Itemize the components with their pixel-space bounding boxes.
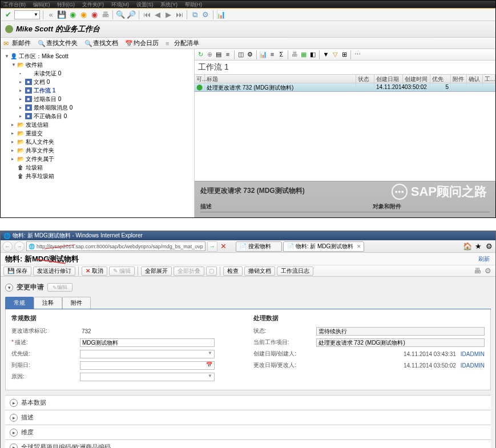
tree-item[interactable]: ▸■不正确条目 0 xyxy=(3,112,191,120)
personalize-icon[interactable]: ⚙ xyxy=(483,267,493,276)
save-button[interactable]: 💾保存 xyxy=(3,267,31,276)
go-button[interactable]: → xyxy=(207,241,217,252)
collapse-icon[interactable]: ▾ xyxy=(5,284,13,292)
export-icon[interactable]: 📊 xyxy=(259,51,267,59)
dist-list-button[interactable]: ≡分配清单 xyxy=(166,39,199,47)
find-doc-button[interactable]: 🔍查找文档 xyxy=(84,39,118,47)
expand-icon[interactable]: ▸ xyxy=(10,429,18,437)
text-field[interactable]: MDG测试物料 xyxy=(80,338,215,347)
tree-item[interactable]: 🗑共享垃圾箱 xyxy=(3,172,191,180)
collapsible-section[interactable]: ▸维度 xyxy=(5,425,491,439)
sort-icon[interactable]: ▼ xyxy=(322,51,330,59)
save-icon[interactable]: 💾 xyxy=(57,10,66,19)
col-time[interactable]: 创建时间 xyxy=(403,75,430,83)
first-icon[interactable]: ⏮ xyxy=(142,10,151,19)
sum-icon[interactable]: Σ xyxy=(277,51,285,59)
cancel-icon[interactable]: ◉ xyxy=(90,10,99,19)
user-link[interactable]: IDADMIN xyxy=(461,362,485,369)
tree-item[interactable]: 🗑垃圾箱 xyxy=(3,163,191,172)
tree-item[interactable]: •未读凭证 0 xyxy=(3,69,191,78)
user-link[interactable]: IDADMIN xyxy=(461,351,485,357)
address-bar[interactable]: 🌐 http://itysap2014.sap.com:8000/sap/bc/… xyxy=(26,241,205,251)
details-icon[interactable]: ▤ xyxy=(215,51,223,59)
tcode-dropdown[interactable]: ▼ xyxy=(14,10,40,19)
exit-icon[interactable]: ◉ xyxy=(79,10,88,19)
collapse-all-button[interactable]: 全部折叠 xyxy=(174,267,204,276)
cancel-doc-button[interactable]: 撤销文档 xyxy=(244,267,275,276)
layout-icon[interactable]: ⚙ xyxy=(201,10,210,19)
layout2-icon[interactable]: ⊞ xyxy=(340,51,348,59)
tab-notes[interactable]: 注释 xyxy=(34,297,62,309)
ok-icon[interactable]: ✔ xyxy=(3,10,13,19)
expand-icon[interactable]: ▸ xyxy=(10,414,18,422)
cancel-button[interactable]: ✕取消 xyxy=(82,267,107,276)
back2-icon[interactable]: ◉ xyxy=(68,10,77,19)
back-button[interactable]: ← xyxy=(2,241,13,252)
tree-item[interactable]: ▸■工作流 1 xyxy=(3,86,191,95)
tree-item[interactable]: ▸📂发送信箱 xyxy=(3,120,191,129)
print-icon[interactable]: 🖶 xyxy=(291,51,299,59)
menu-item[interactable]: 转到(G) xyxy=(57,1,75,9)
menu-item[interactable]: 环境(M) xyxy=(111,1,130,9)
col-icon[interactable]: ◫ xyxy=(237,51,245,59)
fwd-button[interactable]: → xyxy=(14,241,25,252)
tree-item[interactable]: ▼👤工作区：Mike Scott xyxy=(3,52,191,60)
col-date[interactable]: 创建日期 xyxy=(374,75,403,83)
findnext-icon[interactable]: 🔎 xyxy=(127,10,136,19)
print2-icon[interactable]: 🖶 xyxy=(473,267,482,276)
expand-icon[interactable]: ▸ xyxy=(10,443,18,449)
tree-item[interactable]: ▸■文档 0 xyxy=(3,78,191,86)
col-priority[interactable]: 优先级 xyxy=(430,75,451,83)
filter2-icon[interactable]: ▽ xyxy=(331,51,339,59)
print-icon[interactable]: 🖶 xyxy=(100,10,110,19)
find-icon[interactable]: 🔍 xyxy=(116,10,125,19)
prev-icon[interactable]: ◀ xyxy=(153,10,162,19)
send-revise-button[interactable]: 发送进行修订 xyxy=(33,267,75,276)
collapsible-section[interactable]: ▸描述 xyxy=(5,410,491,425)
tree-item[interactable]: ▸■最终期限消息 0 xyxy=(3,103,191,112)
tree-item[interactable]: ▸📂私人文件夹 xyxy=(3,138,191,146)
close-icon[interactable]: ✕ xyxy=(357,244,361,249)
edit-button[interactable]: ✎编辑 xyxy=(109,267,135,276)
new-mail-button[interactable]: ✉新邮件 xyxy=(3,39,31,47)
find-folder-button[interactable]: 🔍查找文件夹 xyxy=(38,39,78,47)
tree-item[interactable]: ▸📂共享文件夹 xyxy=(3,146,191,155)
tree-item[interactable]: ▸📂文件夹属于 xyxy=(3,155,191,163)
browser-tab-active[interactable]: 📄物料: 新 MDG测试物料✕ xyxy=(283,241,365,252)
edit-pill-button[interactable]: ✎编辑 xyxy=(47,283,72,292)
tree-item[interactable]: ▼📂收件箱 xyxy=(3,60,191,69)
folder-tree[interactable]: ▼👤工作区：Mike Scott▼📂收件箱•未读凭证 0▸■文档 0▸■工作流 … xyxy=(1,49,195,217)
menu-item[interactable]: 工作台(B) xyxy=(3,1,26,9)
tree-item[interactable]: ▸📂重提交 xyxy=(3,129,191,138)
browser-tab[interactable]: 📄搜索物料 xyxy=(236,241,282,252)
date-field[interactable]: 📅 xyxy=(80,361,215,370)
col-exec[interactable]: 可... xyxy=(195,75,205,83)
col-att[interactable]: 附件 xyxy=(451,75,467,83)
tab-general[interactable]: 常规 xyxy=(5,297,34,309)
filter-icon[interactable]: ⚙ xyxy=(246,51,254,59)
expand-icon[interactable]: ▸ xyxy=(10,399,18,407)
fav-icon[interactable]: ★ xyxy=(474,242,483,251)
new-session-icon[interactable]: ⧉ xyxy=(190,10,199,19)
back-icon[interactable]: « xyxy=(46,10,55,19)
calendar-button[interactable]: 📅约会日历 xyxy=(125,39,159,47)
grid-row[interactable]: ⬤ 处理更改请求 732 (MDG测试物料) 14.11.2014 03:50:… xyxy=(195,83,495,92)
col-conf[interactable]: 确认 xyxy=(467,75,483,83)
dropdown-field[interactable]: ▼ xyxy=(80,373,215,381)
excel-icon[interactable]: ▦ xyxy=(300,51,308,59)
menu-item[interactable]: 系统(Y) xyxy=(160,1,178,9)
collapsible-section[interactable]: ▸全球贸易项目编码/欧洲商品编码 xyxy=(5,439,491,448)
home-icon[interactable]: 🏠 xyxy=(463,242,472,251)
refresh-icon[interactable]: ↻ xyxy=(196,51,204,59)
collapsible-section[interactable]: ▸基本数据 xyxy=(5,395,491,410)
last-icon[interactable]: ⏭ xyxy=(175,10,184,19)
menu-item[interactable]: 设置(S) xyxy=(136,1,154,9)
col-title[interactable]: 标题 xyxy=(205,75,356,83)
more-icon[interactable]: ⋯ xyxy=(353,51,361,59)
chart-icon[interactable]: ≡ xyxy=(268,51,276,59)
word-icon[interactable]: ◧ xyxy=(309,51,317,59)
col-wi[interactable]: 工... xyxy=(483,75,495,83)
tab-attachments[interactable]: 附件 xyxy=(62,297,91,309)
refresh-link[interactable]: 刷新 xyxy=(478,255,490,263)
sort-asc-icon[interactable]: ≡ xyxy=(224,51,232,59)
